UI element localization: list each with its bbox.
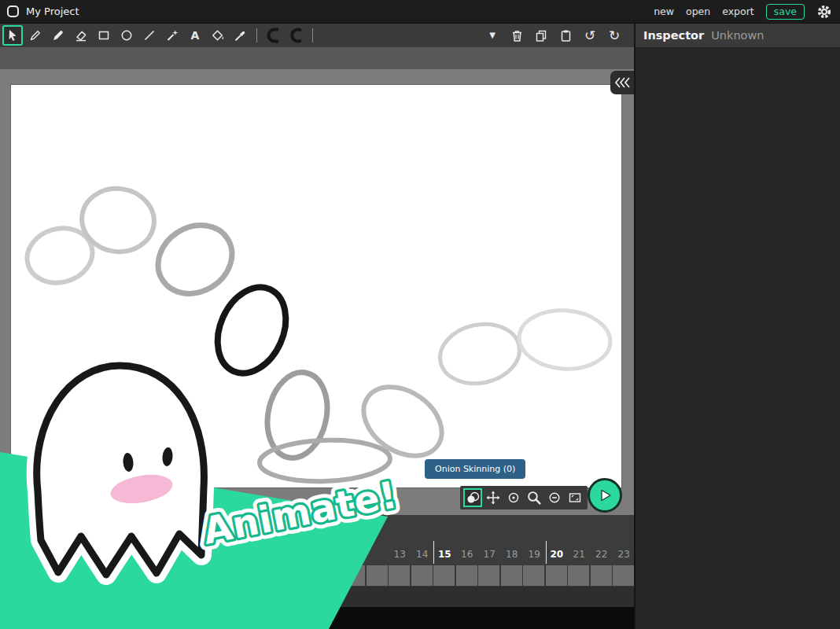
timeline-frame-cell[interactable] [568,565,589,586]
timeline-frame-cell[interactable] [411,565,433,586]
timeline-frame-cell[interactable] [501,565,522,586]
timeline[interactable]: 1314151617181920212223 [0,515,634,629]
onion-skin-layer [11,85,621,487]
timeline-frame-number[interactable]: 23 [613,546,634,562]
inspector-selection: Unknown [711,29,764,42]
timeline-frame-numbers: 1314151617181920212223 [0,515,634,565]
tool-eyedropper[interactable] [230,25,251,46]
timeline-frame-cell[interactable] [546,565,567,586]
timeline-frame-number[interactable]: 17 [478,546,501,562]
open-button[interactable]: open [686,6,710,17]
tool-select[interactable] [2,25,23,46]
tool-line[interactable] [139,25,160,46]
current-frame-stroke [204,277,298,384]
timeline-frame-cells [0,565,634,587]
collapse-panel-button[interactable] [610,71,634,94]
chevrons-left-icon [613,75,631,90]
paste-icon [558,28,573,43]
inspector-header: Inspector Unknown [636,24,840,47]
eyedropper-icon [234,28,248,42]
tool-text[interactable]: A [185,25,205,46]
undo-button[interactable]: ↺ [581,27,599,44]
zoom-out-button[interactable] [545,488,564,507]
brush-icon [51,28,65,42]
copy-frame-button[interactable] [532,27,550,44]
pan-tool-button[interactable] [484,488,503,507]
stroke-cap-flat-button[interactable] [264,25,285,46]
delete-frame-button[interactable] [508,27,525,44]
onion-skin-stroke [146,212,245,307]
play-button[interactable] [588,478,622,513]
zoom-actual-icon [507,491,521,505]
eraser-icon [74,28,88,42]
timeline-frame-number[interactable]: 19 [523,546,546,562]
cap-flat-icon [265,26,284,45]
timeline-frame-cell[interactable] [591,565,612,586]
fill-bucket-icon [211,28,225,42]
timeline-frame-cell[interactable] [478,565,499,586]
circle-icon [120,28,134,42]
toolbar: A ▼ [0,24,634,47]
fit-screen-icon [568,491,582,505]
timeline-frame-number[interactable]: 22 [591,546,613,562]
toolbar-actions: ▼ [484,27,634,44]
magnifier-icon [526,490,542,506]
frame-menu-button[interactable]: ▼ [484,27,501,44]
new-button[interactable]: new [654,6,674,17]
timeline-frame-number[interactable]: 16 [456,546,479,562]
timeline-frame-cell[interactable] [367,565,388,586]
onion-skinning-button[interactable] [463,488,482,507]
tool-wand[interactable] [162,25,182,46]
zoom-actual-button[interactable] [504,488,523,507]
fit-screen-button[interactable] [566,488,584,507]
toolbar-separator [312,28,313,42]
timeline-frame-cell[interactable] [456,565,477,586]
timeline-frame-cell[interactable] [344,565,365,586]
tool-pencil[interactable] [25,25,46,46]
timeline-bottom-strip [0,607,634,629]
app-logo-icon [7,6,19,17]
settings-button[interactable] [816,4,832,20]
undo-icon: ↺ [584,29,595,42]
save-button[interactable]: save [766,4,805,20]
timeline-frame-cell[interactable] [433,565,455,586]
tool-rectangle[interactable] [94,25,114,46]
tool-brush[interactable] [48,25,68,46]
dropdown-icon: ▼ [489,31,496,39]
project-title: My Project [26,6,79,17]
timeline-frame-cell[interactable] [389,565,410,586]
redo-button[interactable]: ↻ [606,27,623,44]
timeline-frame-cell[interactable] [613,565,634,586]
onion-skinning-tooltip: Onion Skinning (0) [425,459,525,479]
copy-icon [534,28,549,43]
tool-fill[interactable] [208,25,228,46]
onion-skin-stroke [434,317,525,391]
timeline-frame-number[interactable]: 20 [546,546,569,562]
timeline-frame-number[interactable]: 15 [433,546,456,562]
tool-circle[interactable] [116,25,137,46]
stroke-cap-round-button[interactable] [286,25,307,46]
drawing-canvas[interactable] [11,85,621,487]
tool-eraser[interactable] [71,25,91,46]
cursor-icon [6,28,20,42]
timeline-frame-number[interactable]: 18 [501,546,524,562]
workspace-top-band [0,47,634,69]
rectangle-icon [97,28,111,42]
play-icon [597,487,613,503]
topbar-menu: new open export save [654,4,840,20]
zoom-tool-button[interactable] [525,488,543,507]
timeline-frame-cell[interactable] [523,565,544,586]
timeline-lower-track [0,587,634,607]
timeline-frame-number[interactable]: 21 [568,546,591,562]
top-bar: My Project new open export save [0,0,840,24]
paste-frame-button[interactable] [557,27,574,44]
line-icon [142,28,157,42]
text-tool-icon: A [191,30,200,41]
trash-icon [510,28,525,43]
onion-skin-stroke [351,373,455,469]
toolbar-separator [256,28,257,42]
timeline-frame-number[interactable]: 13 [389,546,411,562]
onion-skin-stroke [518,307,613,372]
export-button[interactable]: export [722,6,754,17]
timeline-frame-number[interactable]: 14 [411,546,434,562]
